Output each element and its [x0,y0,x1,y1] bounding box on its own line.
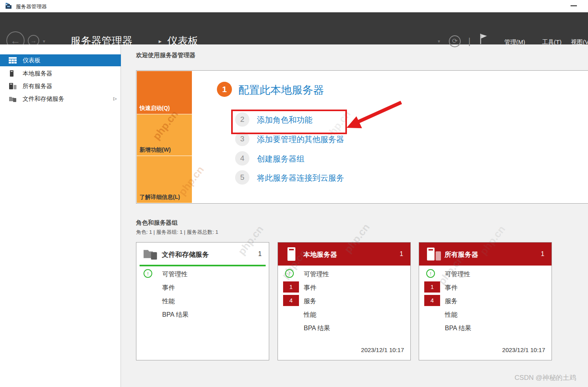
tile-header[interactable]: 文件和存储服务 1 [136,243,269,266]
all-servers-icon [426,247,441,261]
welcome-heading: 欢迎使用服务器管理器 [136,52,195,59]
row-services[interactable]: 服务 [304,297,316,306]
all-servers-icon [9,83,17,89]
nav-divider: | [468,36,471,46]
server-manager-app-icon [5,3,12,9]
server-manager-window: 服务器管理器 ← → ▾ 服务器管理器 ▸ 仪表板 ▾ ⟳ | 管理(M) 工具… [0,0,588,387]
manageability-ok-icon: ↑ [144,269,152,278]
sidebar-item-dashboard[interactable]: 仪表板 [0,54,121,66]
tile-header[interactable]: 本地服务器 1 [278,243,410,266]
tile-count: 1 [400,250,403,258]
events-count-badge[interactable]: 1 [283,281,299,293]
row-bpa-results[interactable]: BPA 结果 [162,311,188,319]
sidebar-item-label: 本地服务器 [23,70,52,77]
tile-title: 本地服务器 [303,250,337,259]
local-server-icon [287,247,296,261]
row-events[interactable]: 事件 [445,284,458,292]
tile-file-storage-services: 文件和存储服务 1 ↑ 可管理性 事件 性能 BPA 结果 [136,242,269,360]
file-storage-icon [9,96,17,102]
row-performance[interactable]: 性能 [445,311,458,319]
navigation-bar: ← → ▾ 服务器管理器 ▸ 仪表板 ▾ ⟳ | 管理(M) 工具(T) 视图(… [0,12,588,44]
row-events[interactable]: 事件 [304,284,316,292]
learn-more-block[interactable]: 了解详细信息(L) [137,156,192,203]
services-count-badge[interactable]: 4 [283,295,299,306]
row-manageability[interactable]: 可管理性 [304,270,329,279]
quick-start-label: 快速启动(Q) [140,105,170,112]
sidebar: 仪表板 本地服务器 所有服务器 文件和存储服务 ▷ [0,44,121,387]
tile-local-server: 本地服务器 1 ↑ 可管理性 1 事件 4 服务 性能 BPA 结果 2023/… [278,242,411,360]
step-5-connect-cloud-link[interactable]: 将此服务器连接到云服务 [257,173,344,183]
minimize-button[interactable] [571,5,577,6]
sidebar-item-file-storage-services[interactable]: 文件和存储服务 ▷ [0,93,121,105]
breadcrumb-separator-icon: ▸ [159,38,162,45]
manageability-ok-icon: ↑ [285,269,294,278]
menu-tools[interactable]: 工具(T) [542,39,561,46]
row-performance[interactable]: 性能 [304,311,316,319]
notifications-flag-icon[interactable] [479,33,488,45]
menu-view[interactable]: 视图(V) [571,39,588,46]
local-server-icon [9,70,17,77]
tile-title: 文件和存储服务 [162,250,209,259]
manageability-ok-icon: ↑ [426,269,435,278]
tile-count: 1 [541,250,544,258]
csdn-credit: CSDN @神秘的土鸡 [515,373,576,382]
quick-start-block[interactable]: 快速启动(Q) [137,71,192,114]
file-storage-icon [143,248,158,260]
step-4-create-server-group-link[interactable]: 创建服务器组 [257,154,305,164]
step-5-number-badge: 5 [235,170,249,185]
sidebar-item-label: 仪表板 [23,57,40,64]
step-1-number-badge: 1 [217,82,232,97]
status-ok-line [140,265,266,266]
sidebar-item-label: 文件和存储服务 [23,95,64,103]
dashboard-grid-icon [9,57,17,64]
highlight-box [231,110,347,134]
welcome-panel [136,70,588,204]
window-title: 服务器管理器 [16,3,47,10]
row-performance[interactable]: 性能 [162,297,175,306]
row-events[interactable]: 事件 [162,284,175,292]
step-1-configure-local-server-link[interactable]: 配置此本地服务器 [238,83,324,97]
row-bpa-results[interactable]: BPA 结果 [304,324,330,333]
scope-caret-icon[interactable]: ▾ [438,39,440,44]
title-bar: 服务器管理器 [0,0,588,12]
sidebar-item-all-servers[interactable]: 所有服务器 [0,80,121,92]
submenu-arrow-icon[interactable]: ▷ [113,96,117,101]
whats-new-label: 新增功能(W) [140,146,171,154]
roles-section-summary: 角色: 1 | 服务器组: 1 | 服务器总数: 1 [136,229,218,236]
breadcrumb-current: 仪表板 [167,34,198,48]
step-4-number-badge: 4 [235,151,249,166]
tile-title: 所有服务器 [444,250,478,259]
tile-all-servers: 所有服务器 1 ↑ 可管理性 1 事件 4 服务 性能 BPA 结果 2023/… [419,242,552,360]
row-manageability[interactable]: 可管理性 [445,270,470,279]
events-count-badge[interactable]: 1 [424,281,440,293]
services-count-badge[interactable]: 4 [424,295,440,306]
step-3-add-other-servers-link[interactable]: 添加要管理的其他服务器 [257,134,344,145]
learn-more-label: 了解详细信息(L) [140,194,180,201]
sidebar-item-label: 所有服务器 [23,83,52,90]
history-caret-icon[interactable]: ▾ [43,39,45,44]
menu-manage[interactable]: 管理(M) [504,39,525,46]
row-services[interactable]: 服务 [445,297,458,306]
roles-section-heading: 角色和服务器组 [136,219,178,227]
tile-count: 1 [258,250,262,258]
sidebar-item-local-server[interactable]: 本地服务器 [0,67,121,79]
row-bpa-results[interactable]: BPA 结果 [445,324,471,333]
tile-timestamp: 2023/12/1 10:17 [361,347,404,353]
tile-header[interactable]: 所有服务器 1 [419,243,552,266]
row-manageability[interactable]: 可管理性 [162,270,188,279]
refresh-icon[interactable]: ⟳ [449,35,461,47]
whats-new-block[interactable]: 新增功能(W) [137,114,192,156]
tile-timestamp: 2023/12/1 10:17 [502,347,545,353]
